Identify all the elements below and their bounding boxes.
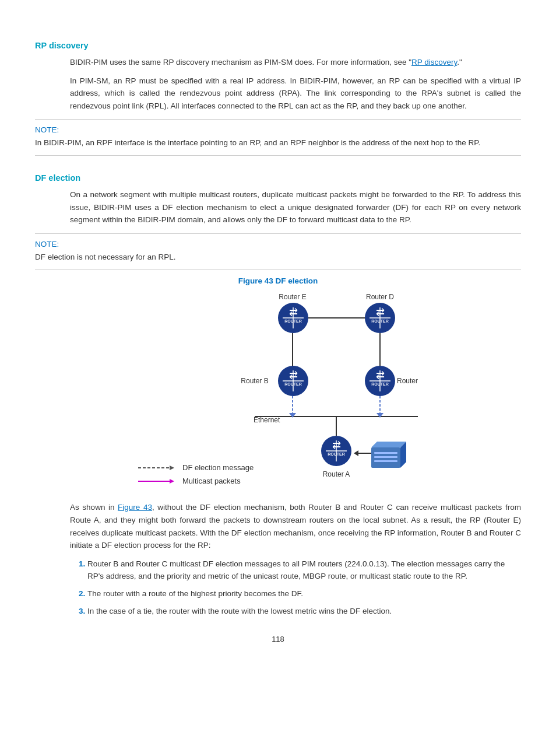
df-election-list: Router B and Router C multicast DF elect… — [87, 558, 521, 617]
router-a-icon: ⇄ ROUTER — [321, 436, 351, 466]
ethernet-label: Ethernet — [254, 416, 280, 424]
svg-rect-40 — [374, 456, 397, 458]
switch-icon — [371, 442, 406, 468]
rp-discovery-section: RP discovery BIDIR-PIM uses the same RP … — [35, 41, 521, 156]
figure-43-link[interactable]: Figure 43 — [118, 503, 152, 512]
rp-discovery-para1: BIDIR-PIM uses the same RP discovery mec… — [70, 56, 521, 69]
router-d-icon: ⇄ ROUTER — [365, 303, 395, 333]
figure-43-title: Figure 43 DF election — [238, 276, 318, 285]
list-item-1-text: Router B and Router C multicast DF elect… — [87, 559, 505, 581]
df-election-heading: DF election — [35, 173, 521, 183]
para2-before: As shown in — [70, 503, 118, 512]
list-item-3-text: In the case of a tie, the router with th… — [87, 607, 392, 615]
router-b-icon: ⇄ ROUTER — [278, 366, 308, 396]
df-election-para1: On a network segment with multiple multi… — [70, 188, 521, 226]
rp-discovery-para1-after: ." — [457, 58, 462, 66]
svg-rect-39 — [374, 452, 397, 454]
router-a-label: Router A — [323, 470, 350, 478]
router-c-label: Router C — [397, 377, 418, 385]
df-election-para2: As shown in Figure 43, without the DF el… — [70, 501, 521, 551]
rp-discovery-note-label: NOTE: — [35, 125, 521, 134]
router-e-label: Router E — [279, 293, 306, 301]
rp-discovery-link[interactable]: RP discovery — [411, 58, 457, 66]
rp-discovery-note-text: In BIDIR-PIM, an RPF interface is the in… — [35, 136, 521, 149]
svg-marker-45 — [170, 479, 174, 484]
df-election-note-text: DF election is not necessary for an RPL. — [35, 251, 521, 264]
legend-dashed: DF election message — [138, 463, 254, 472]
svg-rect-41 — [374, 460, 397, 462]
svg-marker-43 — [170, 466, 174, 470]
router-d-label: Router D — [366, 293, 394, 301]
list-item-3: In the case of a tie, the router with th… — [87, 605, 521, 618]
rp-discovery-note: NOTE: In BIDIR-PIM, an RPF interface is … — [35, 119, 521, 156]
page-number: 118 — [35, 635, 521, 643]
df-election-note-label: NOTE: — [35, 240, 521, 249]
diagram-area: ⇄ ROUTER Router E ⇄ ROUTER Router D — [138, 291, 418, 489]
list-item-1: Router B and Router C multicast DF elect… — [87, 558, 521, 583]
list-item-2: The router with a route of the highest p… — [87, 587, 521, 600]
list-item-2-text: The router with a route of the highest p… — [87, 589, 303, 598]
svg-marker-10 — [354, 450, 358, 456]
router-c-icon: ⇄ ROUTER — [365, 366, 395, 396]
legend-solid: Multicast packets — [138, 477, 254, 485]
legend: DF election message Multicast packets — [138, 463, 254, 488]
router-b-label: Router B — [241, 377, 268, 385]
diagram-svg: ⇄ ROUTER Router E ⇄ ROUTER Router D — [138, 291, 418, 489]
legend-solid-label: Multicast packets — [182, 477, 241, 485]
svg-marker-37 — [371, 442, 406, 447]
figure-43-container: Figure 43 DF election — [35, 276, 521, 489]
legend-dashed-label: DF election message — [182, 463, 254, 472]
rp-discovery-para2: In PIM-SM, an RP must be specified with … — [70, 75, 521, 113]
router-e-icon: ⇄ ROUTER — [278, 303, 308, 333]
rp-discovery-heading: RP discovery — [35, 41, 521, 50]
rp-discovery-para1-before: BIDIR-PIM uses the same RP discovery mec… — [70, 58, 411, 66]
df-election-section: DF election On a network segment with mu… — [35, 173, 521, 617]
df-election-note: NOTE: DF election is not necessary for a… — [35, 233, 521, 270]
